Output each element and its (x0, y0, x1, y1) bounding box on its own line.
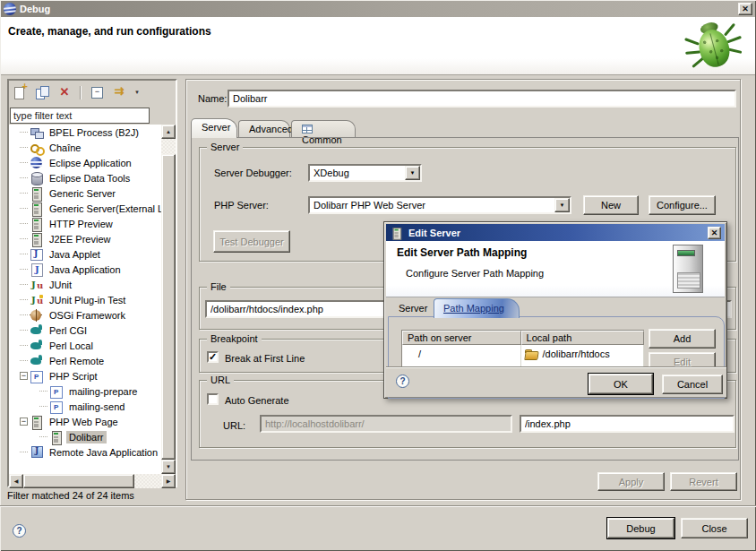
tree-item-php-web-page[interactable]: −PHP Web Page (9, 414, 161, 429)
url-label: URL: (223, 420, 245, 431)
url-base-input[interactable] (260, 415, 512, 433)
dialog-help-icon[interactable]: ? (396, 375, 409, 388)
table-row[interactable]: //dolibarr/htdocs (402, 345, 644, 363)
tree-item-http-preview[interactable]: HTTP Preview (9, 216, 161, 231)
tab-server[interactable]: Server (191, 118, 237, 138)
auto-generate-checkbox[interactable] (207, 393, 219, 405)
tree-item-mailing-prepare[interactable]: mailing-prepare (9, 383, 161, 399)
eclipse-icon (30, 156, 44, 170)
chain-icon (30, 141, 44, 155)
tree-item-label: Perl Remote (47, 355, 107, 367)
server-debugger-select[interactable]: XDebug ▼ (308, 164, 422, 182)
tree-item-eclipse-data-tools[interactable]: Eclipse Data Tools (9, 170, 161, 185)
dialog-heading: Edit Server Path Mapping (397, 246, 527, 259)
edit-server-dialog: Edit Server ✕ Edit Server Path Mapping C… (383, 221, 727, 399)
dialog-tab-path-mapping[interactable]: Path Mapping (434, 298, 520, 318)
debug-button[interactable]: Debug (607, 518, 674, 538)
filter-input[interactable] (10, 108, 150, 124)
perl-icon (30, 323, 44, 338)
vertical-scroll-thumb[interactable] (161, 154, 176, 460)
cell-local-path: /dolibarr/htdocs (521, 345, 644, 363)
close-button[interactable]: Close (681, 518, 748, 538)
tree-connector (20, 147, 28, 148)
menu-caret-icon[interactable]: ▼ (133, 84, 142, 100)
tree-item-php-script[interactable]: −PHP Script (9, 368, 161, 383)
banner: Create, manage, and run configurations (1, 17, 755, 75)
horizontal-scroll-thumb[interactable] (23, 474, 134, 488)
tree-item-perl-cgi[interactable]: Perl CGI (9, 323, 161, 338)
window-title: Debug (20, 4, 50, 14)
name-input[interactable] (228, 90, 736, 108)
tree-connector (20, 345, 28, 346)
revert-button[interactable]: Revert (670, 472, 737, 491)
tree-item-perl-remote[interactable]: Perl Remote (9, 353, 161, 368)
expander-minus-icon[interactable]: − (20, 372, 28, 380)
local-path-text: /dolibarr/htdocs (543, 349, 610, 359)
test-debugger-button[interactable]: Test Debugger (213, 230, 290, 253)
tree-item-bpel-process-b2j[interactable]: BPEL Process (B2J) (9, 125, 161, 140)
dialog-header: Edit Server Path Mapping Configure Serve… (386, 241, 725, 297)
scroll-up-icon[interactable]: ▲ (161, 125, 176, 139)
tree-connector (39, 391, 47, 392)
break-at-first-line-checkbox[interactable]: ✓ (207, 351, 219, 363)
tab-advanced[interactable]: Advanced (238, 120, 290, 138)
server-icon (30, 415, 44, 429)
new-configuration-icon[interactable] (11, 84, 29, 100)
tree-item-java-application[interactable]: Java Application (9, 262, 161, 277)
path-mapping-table: Path on server Local path //dolibarr/htd… (401, 330, 644, 366)
tree-connector (20, 360, 28, 361)
column-path-on-server[interactable]: Path on server (402, 331, 521, 345)
column-local-path[interactable]: Local path (521, 331, 644, 345)
tree-item-eclipse-application[interactable]: Eclipse Application (9, 155, 161, 170)
expander-minus-icon[interactable]: − (20, 418, 28, 426)
dialog-title: Edit Server (408, 228, 460, 238)
tree-connector (20, 284, 28, 285)
tab-common[interactable]: Common (291, 120, 356, 138)
tree-item-j2ee-preview[interactable]: J2EE Preview (9, 231, 161, 246)
tree-item-label: J2EE Preview (47, 233, 113, 245)
ok-button[interactable]: OK (588, 374, 653, 394)
tree-item-junit[interactable]: JUnit (9, 277, 161, 292)
add-button[interactable]: Add (649, 329, 716, 349)
server-tower-graphic (673, 245, 703, 293)
tree-item-dolibarr[interactable]: Dolibarr (9, 429, 161, 444)
tree-item-junit-plug-in-test[interactable]: JUnit Plug-in Test (9, 292, 161, 307)
tree-item-java-applet[interactable]: Java Applet (9, 246, 161, 262)
tree-item-label: BPEL Process (B2J) (47, 126, 142, 139)
dialog-close-icon[interactable]: ✕ (708, 227, 721, 239)
server-icon (30, 186, 44, 201)
tree-item-perl-local[interactable]: Perl Local (9, 338, 161, 353)
tree-item-label: PHP Script (47, 370, 100, 383)
url-path-input[interactable] (520, 415, 735, 433)
chevron-down-icon[interactable]: ▼ (405, 166, 420, 180)
scroll-down-icon[interactable]: ▼ (161, 460, 176, 474)
server-debugger-value: XDebug (310, 166, 405, 180)
cancel-button[interactable]: Cancel (662, 375, 723, 394)
window-titlebar: Debug ✕ (1, 1, 755, 17)
help-icon[interactable]: ? (13, 524, 26, 538)
apply-button[interactable]: Apply (597, 472, 665, 491)
delete-icon[interactable]: ✕ (56, 84, 73, 100)
osgi-icon (30, 308, 44, 323)
configure-button[interactable]: Configure... (649, 195, 716, 215)
scroll-left-icon[interactable]: ◀ (9, 474, 23, 488)
collapse-all-icon[interactable] (88, 84, 106, 100)
tree-item-cha-ne[interactable]: Chaîne (9, 140, 161, 155)
new-button[interactable]: New (583, 195, 639, 215)
tree-item-generic-server-external-la[interactable]: Generic Server(External La (9, 201, 161, 216)
tree-item-remote-java-application[interactable]: Remote Java Application (9, 444, 161, 460)
close-window-icon[interactable]: ✕ (738, 3, 752, 15)
tree-item-mailing-send[interactable]: mailing-send (9, 399, 161, 414)
tree-item-generic-server[interactable]: Generic Server (9, 185, 161, 201)
php-server-select[interactable]: Dolibarr PHP Web Server ▼ (308, 196, 571, 214)
duplicate-icon[interactable] (33, 84, 51, 100)
cell-path-on-server: / (402, 345, 521, 363)
chevron-down-icon[interactable]: ▼ (554, 198, 570, 212)
scroll-right-icon[interactable]: ▶ (161, 474, 176, 488)
applet-icon (30, 247, 44, 262)
filter-icon[interactable]: ⇉ (110, 84, 128, 100)
tree-item-osgi-framework[interactable]: OSGi Framework (9, 307, 161, 323)
tree-item-label: mailing-prepare (66, 385, 140, 398)
dialog-tab-server[interactable]: Server (390, 300, 436, 317)
perl-icon (30, 339, 44, 353)
